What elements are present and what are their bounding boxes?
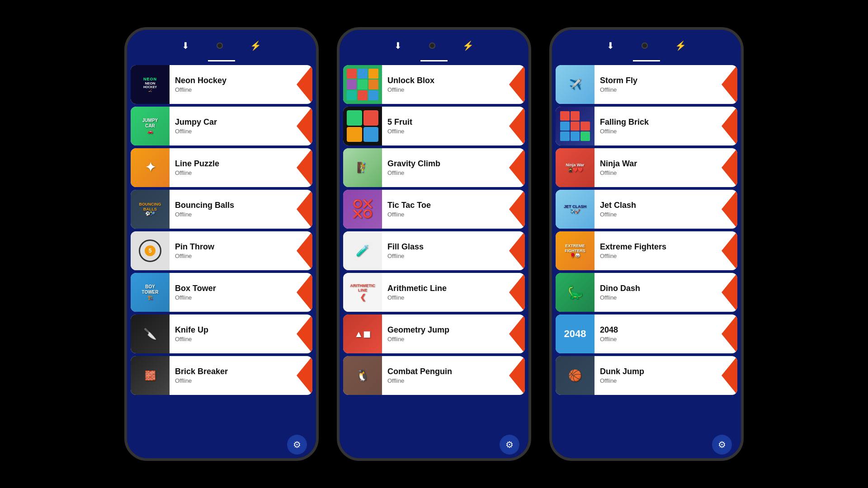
game-info-pin-throw: Pin Throw Offline: [170, 242, 290, 259]
phone-1-bottom: ⚙: [127, 431, 316, 458]
settings-icon-1: ⚙: [293, 439, 301, 450]
settings-button-2[interactable]: ⚙: [500, 435, 519, 455]
game-name-extreme-fighters: Extreme Fighters: [600, 242, 709, 252]
game-info-2048: 2048 Offline: [594, 325, 715, 343]
game-info-tic-tac-toe: Tic Tac Toe Offline: [382, 201, 502, 218]
game-status-line-puzzle: Offline: [175, 169, 284, 176]
phone-1-content: NEON NEON HOCKEY 🏒 Neon Hockey Offline J…: [127, 61, 316, 431]
game-icon-unlock-blox: [343, 65, 382, 104]
game-item-gravity-climb[interactable]: 🧗 Gravity Climb Offline: [343, 148, 525, 187]
phone-3-bottom: ⚙: [552, 431, 741, 458]
game-status-tic-tac-toe: Offline: [387, 211, 497, 218]
game-name-2048: 2048: [600, 325, 709, 335]
phone-3-content: ✈️ Storm Fly Offline: [552, 61, 741, 431]
game-arrow-5-fruit: [502, 107, 525, 145]
game-icon-dunk-jump: 🏀: [556, 356, 594, 395]
game-item-5-fruit[interactable]: 5 Fruit Offline: [343, 107, 525, 145]
game-status-5-fruit: Offline: [387, 128, 497, 135]
game-item-extreme-fighters[interactable]: EXTREMEFIGHTERS🥊🥋 Extreme Fighters Offli…: [556, 231, 737, 270]
game-item-dunk-jump[interactable]: 🏀 Dunk Jump Offline: [556, 356, 737, 395]
game-name-bouncing-balls: Bouncing Balls: [175, 201, 284, 210]
game-item-box-tower[interactable]: BOYTOWER🏗️ Box Tower Offline: [131, 273, 312, 312]
game-name-storm-fly: Storm Fly: [600, 76, 709, 85]
game-info-knife-up: Knife Up Offline: [170, 325, 290, 343]
game-item-arithmetic-line[interactable]: ARITHMETICLINE❮ Arithmetic Line Offline: [343, 273, 525, 312]
game-item-bouncing-balls[interactable]: BOUNCINGBALLS⚽🎾 Bouncing Balls Offline: [131, 190, 312, 229]
game-arrow-tic-tac-toe: [502, 190, 525, 229]
game-item-tic-tac-toe[interactable]: ⭕❌❌⭕ Tic Tac Toe Offline: [343, 190, 525, 229]
game-item-2048[interactable]: 2048 2048 Offline: [556, 314, 737, 353]
game-icon-bouncing-balls: BOUNCINGBALLS⚽🎾: [131, 190, 170, 229]
game-arrow-neon-hockey: [290, 65, 312, 104]
game-arrow-unlock-blox: [502, 65, 525, 104]
settings-icon-2: ⚙: [505, 439, 514, 450]
game-item-brick-breaker[interactable]: 🧱 Brick Breaker Offline: [131, 356, 312, 395]
game-arrow-geometry-jump: [502, 314, 525, 353]
game-item-jumpy-car[interactable]: JUMPYCAR🚗 Jumpy Car Offline: [131, 107, 312, 145]
game-arrow-bouncing-balls: [290, 190, 312, 229]
game-status-unlock-blox: Offline: [387, 86, 497, 93]
game-status-fill-glass: Offline: [387, 253, 497, 259]
game-status-gravity-climb: Offline: [387, 169, 497, 176]
game-name-neon-hockey: Neon Hockey: [175, 76, 284, 85]
game-status-knife-up: Offline: [175, 336, 284, 343]
game-item-line-puzzle[interactable]: ✦ Line Puzzle Offline: [131, 148, 312, 187]
game-info-dino-dash: Dino Dash Offline: [594, 284, 715, 301]
game-item-ninja-war[interactable]: Ninja War🥷❤️❤️ Ninja War Offline: [556, 148, 737, 187]
game-item-fill-glass[interactable]: 🧪 Fill Glass Offline: [343, 231, 525, 270]
game-arrow-gravity-climb: [502, 148, 525, 187]
settings-icon-3: ⚙: [718, 439, 726, 450]
game-item-knife-up[interactable]: 🔪 Knife Up Offline: [131, 314, 312, 353]
game-item-dino-dash[interactable]: 🦕 Dino Dash Offline: [556, 273, 737, 312]
phone-2-bottom: ⚙: [340, 431, 528, 458]
game-icon-tic-tac-toe: ⭕❌❌⭕: [343, 190, 382, 229]
settings-button-3[interactable]: ⚙: [712, 435, 732, 455]
game-item-jet-clash[interactable]: JET CLASH✈️🚀 Jet Clash Offline: [556, 190, 737, 229]
game-info-storm-fly: Storm Fly Offline: [594, 76, 715, 93]
game-info-combat-penguin: Combat Penguin Offline: [382, 367, 502, 384]
game-info-dunk-jump: Dunk Jump Offline: [594, 367, 715, 384]
game-arrow-dino-dash: [715, 273, 737, 312]
game-info-jet-clash: Jet Clash Offline: [594, 201, 715, 218]
game-arrow-line-puzzle: [290, 148, 312, 187]
game-name-box-tower: Box Tower: [175, 284, 284, 293]
game-info-extreme-fighters: Extreme Fighters Offline: [594, 242, 715, 259]
game-item-storm-fly[interactable]: ✈️ Storm Fly Offline: [556, 65, 737, 104]
game-info-line-puzzle: Line Puzzle Offline: [170, 159, 290, 176]
game-icon-pin-throw: 5: [131, 231, 170, 270]
game-arrow-pin-throw: [290, 231, 312, 270]
game-item-combat-penguin[interactable]: 🐧 Combat Penguin Offline: [343, 356, 525, 395]
game-arrow-box-tower: [290, 273, 312, 312]
game-icon-neon-hockey: NEON NEON HOCKEY 🏒: [131, 65, 170, 104]
phone-1: ⬇ ⚡ NEON NEON HOCKEY 🏒 Neon Hockey Offli…: [124, 27, 319, 461]
game-status-neon-hockey: Offline: [175, 86, 284, 93]
download-icon-2: ⬇: [394, 40, 402, 51]
game-item-pin-throw[interactable]: 5 Pin Throw Offline: [131, 231, 312, 270]
game-item-falling-brick[interactable]: Falling Brick Offline: [556, 107, 737, 145]
game-icon-2048: 2048: [556, 314, 594, 353]
game-name-5-fruit: 5 Fruit: [387, 117, 497, 127]
game-arrow-2048: [715, 314, 737, 353]
game-item-unlock-blox[interactable]: Unlock Blox Offline: [343, 65, 525, 104]
flash-icon-3: ⚡: [675, 40, 686, 51]
game-status-jet-clash: Offline: [600, 211, 709, 218]
phone-1-underline: [208, 60, 235, 61]
game-icon-geometry-jump: ▲◼: [343, 314, 382, 353]
game-item-geometry-jump[interactable]: ▲◼ Geometry Jump Offline: [343, 314, 525, 353]
download-icon-1: ⬇: [182, 40, 189, 51]
game-status-dunk-jump: Offline: [600, 377, 709, 384]
game-name-unlock-blox: Unlock Blox: [387, 76, 497, 85]
game-icon-knife-up: 🔪: [131, 314, 170, 353]
game-status-ninja-war: Offline: [600, 169, 709, 176]
game-status-pin-throw: Offline: [175, 253, 284, 259]
game-info-gravity-climb: Gravity Climb Offline: [382, 159, 502, 176]
game-item-neon-hockey[interactable]: NEON NEON HOCKEY 🏒 Neon Hockey Offline: [131, 65, 312, 104]
game-icon-box-tower: BOYTOWER🏗️: [131, 273, 170, 312]
game-icon-falling-brick: [556, 107, 594, 145]
phone-3: ⬇ ⚡ ✈️ Storm Fly Offline: [549, 27, 744, 461]
game-icon-gravity-climb: 🧗: [343, 148, 382, 187]
game-name-ninja-war: Ninja War: [600, 159, 709, 169]
settings-button-1[interactable]: ⚙: [287, 435, 307, 455]
game-name-line-puzzle: Line Puzzle: [175, 159, 284, 169]
game-arrow-fill-glass: [502, 231, 525, 270]
